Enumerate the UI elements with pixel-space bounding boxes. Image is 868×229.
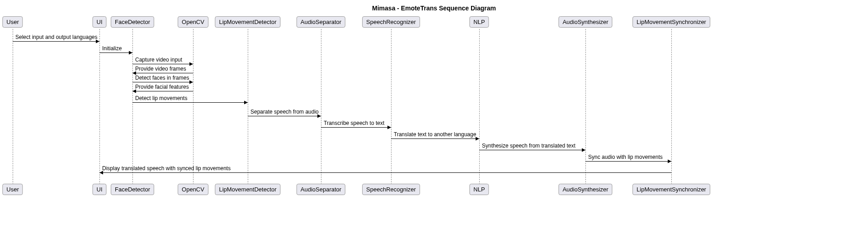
participant-box: AudioSeparator (297, 16, 345, 28)
message-label: Separate speech from audio (250, 109, 319, 115)
message-line (99, 172, 671, 173)
arrow-right-icon (317, 114, 321, 118)
participant-box: AudioSeparator (297, 184, 345, 195)
message-line (132, 102, 248, 103)
lifeline (132, 29, 133, 185)
message-line (248, 116, 321, 116)
message-label: Provide facial features (135, 84, 189, 90)
participant-box: FaceDetector (111, 184, 154, 195)
arrow-left-icon (99, 171, 103, 175)
participant-box: User (2, 184, 23, 195)
participant-box: UI (93, 16, 107, 28)
message-label: Provide video frames (135, 66, 186, 72)
message-label: Synthesize speech from translated text (482, 143, 576, 149)
arrow-right-icon (129, 51, 132, 55)
message-line (132, 82, 193, 82)
arrow-right-icon (244, 101, 248, 105)
participant-box: UI (93, 184, 107, 195)
message-label: Select input and output languages (15, 34, 97, 40)
arrow-right-icon (476, 137, 479, 141)
arrow-right-icon (189, 81, 193, 84)
lifeline (321, 29, 321, 185)
lifeline (193, 29, 193, 185)
lifeline (479, 29, 480, 185)
message-line (391, 138, 479, 139)
participant-box: FaceDetector (111, 16, 154, 28)
participant-box: SpeechRecognizer (362, 16, 420, 28)
participant-box: OpenCV (178, 16, 208, 28)
message-line (99, 52, 132, 53)
message-line (13, 41, 99, 42)
message-label: Detect faces in frames (135, 75, 189, 81)
arrow-right-icon (582, 148, 585, 152)
message-line (585, 161, 671, 162)
participant-box: AudioSynthesizer (558, 184, 612, 195)
message-line (132, 91, 193, 91)
participant-box: User (2, 16, 23, 28)
arrow-right-icon (387, 126, 391, 129)
lifeline (671, 29, 672, 185)
arrow-left-icon (132, 90, 136, 93)
lifeline (391, 29, 392, 185)
lifeline (248, 29, 248, 185)
participant-box: AudioSynthesizer (558, 16, 612, 28)
message-label: Sync audio with lip movements (588, 154, 663, 160)
message-line (132, 64, 193, 64)
message-line (479, 150, 585, 150)
lifeline (13, 29, 13, 185)
arrow-right-icon (189, 62, 193, 66)
message-line (321, 127, 391, 128)
participant-box: LipMovementSynchronizer (632, 184, 710, 195)
participant-box: SpeechRecognizer (362, 184, 420, 195)
message-label: Transcribe speech to text (324, 120, 384, 126)
message-label: Detect lip movements (135, 95, 187, 101)
participant-box: NLP (469, 184, 489, 195)
arrow-right-icon (96, 40, 99, 43)
arrow-right-icon (668, 160, 671, 163)
message-label: Translate text to another language (394, 131, 476, 138)
participant-box: LipMovementSynchronizer (632, 16, 710, 28)
participant-box: LipMovementDetector (215, 16, 280, 28)
message-label: Capture video input (135, 57, 182, 63)
message-label: Initialize (102, 45, 122, 52)
participant-box: LipMovementDetector (215, 184, 280, 195)
message-label: Display translated speech with synced li… (102, 165, 231, 172)
diagram-title: Mimasa - EmoteTrans Sequence Diagram (5, 5, 863, 12)
participant-box: NLP (469, 16, 489, 28)
message-line (132, 73, 193, 73)
participant-box: OpenCV (178, 184, 208, 195)
sequence-diagram: UserUIFaceDetectorOpenCVLipMovementDetec… (5, 16, 863, 197)
